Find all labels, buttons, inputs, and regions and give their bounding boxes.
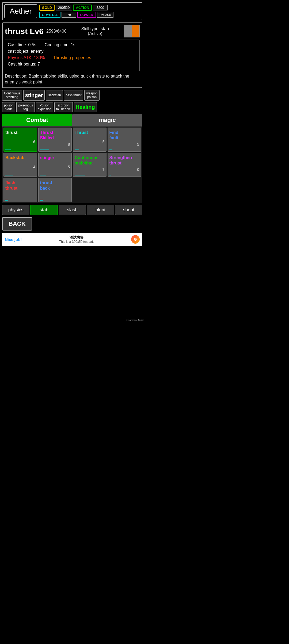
action-value: 3200 [93, 5, 108, 10]
skill-card-backstab[interactable]: Backstab 4 [3, 153, 37, 177]
gold-label: GOLD [39, 5, 55, 11]
skill-card-thrust2-level: 5 [75, 140, 105, 144]
skill-card-thrust-back-bar [40, 200, 43, 201]
skill-card-continuous-stabbing[interactable]: Continuousstabbing 7 [73, 153, 107, 177]
skill-card-stinger-bar [40, 175, 46, 175]
skill-header: thrust Lv6 2593/6400 Skill type: stab (A… [5, 25, 140, 37]
skill-card-find-fault[interactable]: Findfault 5 [108, 128, 141, 152]
skill-card-thrust-skilled-bar [40, 150, 49, 150]
cast-hit: Cast hit bonus: 7 [8, 62, 40, 66]
ad-title: 測試廣告 [24, 235, 128, 240]
tab-bar: Combat magic [2, 114, 142, 126]
skill-card-thrust-level: 6 [5, 140, 35, 144]
quick-skill-flash-thrust[interactable]: flash thrust [64, 90, 83, 101]
skill-card-strengthen-thrust-name: Strengthenthrust [109, 155, 139, 165]
skill-details: Cast time: 0.5s Cooling time: 1s cast ob… [5, 40, 140, 71]
thrusting: Thrusting properties [53, 55, 91, 60]
quick-skill-poison-explosion[interactable]: Poisonexplosion [36, 102, 53, 113]
ad-nice: Nice job! [5, 237, 22, 242]
skill-card-backstab-level: 4 [5, 165, 35, 169]
skill-description: Description: Basic stabbing skills, usin… [5, 73, 140, 85]
skill-card-flash-thrust-bar [5, 200, 8, 201]
skill-section: thrust Lv6 2593/6400 Skill type: stab (A… [2, 22, 142, 88]
action-label: ACTION [73, 5, 92, 11]
cast-hit-row: Cast hit bonus: 7 [8, 62, 137, 67]
skill-card-find-fault-bar [109, 150, 112, 150]
skill-card-flash-thrust-name: flashthrust [5, 180, 35, 190]
filter-tab-physics[interactable]: physics [2, 205, 29, 215]
filter-tab-stab[interactable]: stab [30, 205, 58, 215]
crystal-label: CRYSTAL [39, 12, 61, 18]
quick-skills-row2: poisonblade poisonousfog Poisonexplosion… [2, 102, 142, 113]
stats-grid: GOLD 290529 ACTION 3200 CRYSTAL 78 POWER… [39, 5, 140, 18]
skill-icon-right [132, 25, 139, 37]
ad-content: 測試廣告 This is a 320x50 test ad. [24, 235, 128, 244]
skill-card-flash-thrust[interactable]: flashthrust [3, 178, 37, 202]
quick-skill-backstab[interactable]: Backstab [46, 90, 63, 101]
skill-card-thrust-back[interactable]: thrustback [38, 178, 72, 202]
cast-time-row: Cast time: 0.5s Cooling time: 1s [8, 43, 137, 47]
skill-card-thrust2[interactable]: Thrust 5 [73, 128, 107, 152]
skill-card-backstab-bar [5, 175, 13, 175]
skill-card-thrust2-bar [75, 150, 79, 150]
back-section: BACK [2, 217, 142, 231]
skill-card-stinger-level: 5 [40, 165, 70, 169]
skill-card-thrust-skilled-name: ThrustSkilled [40, 130, 70, 140]
skill-card-stinger[interactable]: stinger 5 [38, 153, 72, 177]
skill-card-stinger-name: stinger [40, 155, 70, 160]
cast-object: cast object: enemy [8, 49, 43, 53]
skill-card-find-fault-name: Findfault [109, 130, 139, 140]
ad-icon: G [131, 235, 140, 244]
skill-card-strengthen-thrust-level: 0 [109, 167, 139, 172]
skill-card-strengthen-thrust[interactable]: Strengthenthrust 0 [108, 153, 141, 177]
filter-tab-blunt[interactable]: blunt [87, 205, 114, 215]
skill-xp: 2593/6400 [46, 29, 67, 34]
power-label: POWER [77, 12, 96, 18]
quick-skill-weapon-poison[interactable]: weaponpoison [84, 90, 99, 101]
skill-card-thrust-skilled-level: 8 [40, 142, 70, 147]
quick-skill-stinger[interactable]: stinger [23, 90, 45, 101]
skill-card-thrust-bar [5, 150, 11, 150]
skill-card-thrust-back-name: thrustback [40, 180, 70, 190]
quick-skills-row1: Continuousstabbing stinger Backstab flas… [2, 90, 142, 101]
app-title: Aether [4, 4, 37, 18]
quick-skill-poison-blade[interactable]: poisonblade [2, 102, 15, 113]
skill-card-thrust-name: thrust [5, 130, 35, 135]
filter-tabs: physics stab slash blunt shoot [2, 205, 142, 215]
quick-skill-scorpion-tail-needle[interactable]: scorpiontail needle [54, 102, 73, 113]
skill-card-thrust-skilled[interactable]: ThrustSkilled 8 [38, 128, 72, 152]
skill-grid: thrust 6 ThrustSkilled 8 Thrust 5 Findfa… [2, 126, 142, 203]
tab-magic[interactable]: magic [72, 114, 142, 126]
quick-skill-healing[interactable]: Healing [74, 102, 97, 113]
quick-skill-poisonous-fog[interactable]: poisonousfog [16, 102, 35, 113]
back-button[interactable]: BACK [2, 217, 32, 231]
dev-build-label: velopment Build [126, 319, 143, 321]
filter-tab-slash[interactable]: slash [59, 205, 86, 215]
skill-name: thrust Lv6 [5, 27, 44, 36]
stat-row-top: GOLD 290529 ACTION 3200 [39, 5, 140, 11]
skill-card-thrust[interactable]: thrust 6 [3, 128, 37, 152]
skill-type-label: Skill type: stab [69, 26, 121, 31]
stat-row-bottom: CRYSTAL 78 POWER 260300 [39, 12, 140, 18]
cast-time: Cast time: 0.5s [8, 43, 36, 47]
quick-skill-continuous-stabbing[interactable]: Continuousstabbing [2, 90, 22, 101]
power-value: 260300 [97, 12, 113, 18]
skill-card-continuous-stabbing-bar [75, 175, 85, 175]
skill-card-continuous-stabbing-name: Continuousstabbing [75, 155, 105, 165]
skill-card-continuous-stabbing-level: 7 [75, 167, 105, 172]
cast-object-row: cast object: enemy [8, 49, 137, 54]
cooling-time: Cooling time: 1s [45, 43, 75, 47]
skill-type: Skill type: stab (Active) [69, 26, 121, 36]
filter-tab-shoot[interactable]: shoot [115, 205, 142, 215]
header: Aether GOLD 290529 ACTION 3200 CRYSTAL 7… [2, 2, 142, 20]
skill-card-backstab-name: Backstab [5, 155, 35, 160]
skill-type-sub: (Active) [69, 31, 121, 36]
physics-row: Physics ATK: 130% Thrusting properties [8, 55, 137, 60]
crystal-value: 78 [62, 12, 76, 18]
skill-icon [124, 25, 140, 37]
tab-combat[interactable]: Combat [2, 114, 72, 126]
skill-card-find-fault-level: 5 [109, 142, 139, 147]
ad-bar: Nice job! 測試廣告 This is a 320x50 test ad.… [2, 233, 142, 246]
physics-atk: Physics ATK: 130% [8, 55, 45, 60]
gold-value: 290529 [56, 5, 72, 10]
